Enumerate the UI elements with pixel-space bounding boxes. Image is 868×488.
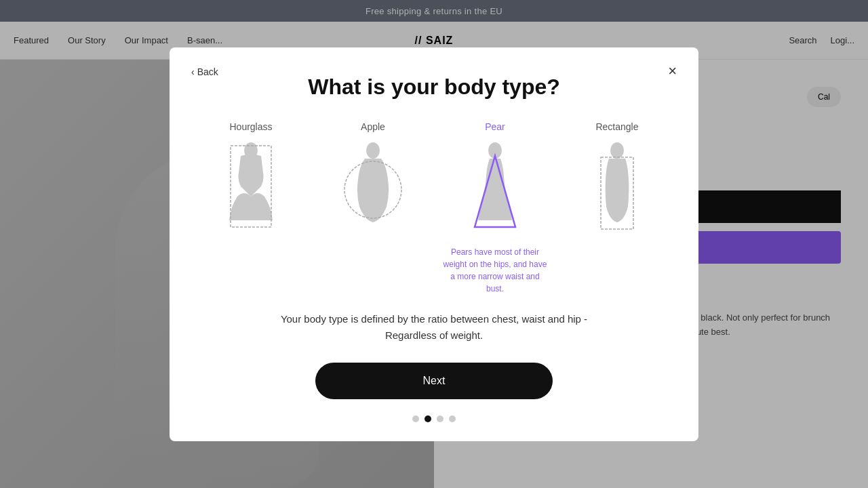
chevron-left-icon: ‹ (191, 66, 195, 77)
apple-svg (339, 142, 407, 237)
pear-svg (461, 142, 529, 237)
pagination-dots (197, 415, 671, 422)
rectangle-image (576, 139, 658, 241)
dot-4 (449, 415, 456, 422)
dot-1 (412, 415, 419, 422)
pear-description: Pears have most of their weight on the h… (441, 246, 549, 295)
body-type-hourglass[interactable]: Hourglass (197, 121, 305, 295)
close-button[interactable]: × (668, 64, 677, 79)
body-type-pear[interactable]: Pear Pears have most of their weight on … (441, 121, 549, 295)
back-label: Back (197, 66, 218, 77)
body-types-container: Hourglass Apple (197, 121, 671, 295)
rectangle-svg (583, 142, 651, 237)
info-line2: Regardless of weight. (385, 329, 483, 341)
apple-label: Apple (361, 121, 385, 132)
dot-3 (437, 415, 443, 422)
apple-image (332, 139, 414, 241)
back-button[interactable]: ‹ Back (191, 66, 218, 77)
body-type-rectangle[interactable]: Rectangle (563, 121, 671, 295)
body-type-apple[interactable]: Apple (319, 121, 427, 295)
svg-point-0 (244, 142, 258, 159)
pear-image (454, 139, 536, 241)
body-type-modal: ‹ Back × What is your body type? Hourgla… (170, 47, 698, 441)
hourglass-svg (217, 142, 285, 237)
svg-point-2 (366, 142, 380, 159)
info-line1: Your body type is defined by the ratio b… (281, 313, 587, 325)
dot-2 (425, 415, 431, 422)
hourglass-image (210, 139, 292, 241)
modal-title: What is your body type? (197, 75, 671, 100)
info-text: Your body type is defined by the ratio b… (197, 311, 671, 344)
svg-point-5 (610, 142, 624, 159)
hourglass-label: Hourglass (229, 121, 272, 132)
next-button[interactable]: Next (315, 363, 553, 399)
rectangle-label: Rectangle (595, 121, 638, 132)
pear-label: Pear (485, 121, 505, 132)
modal-overlay: ‹ Back × What is your body type? Hourgla… (0, 0, 868, 488)
